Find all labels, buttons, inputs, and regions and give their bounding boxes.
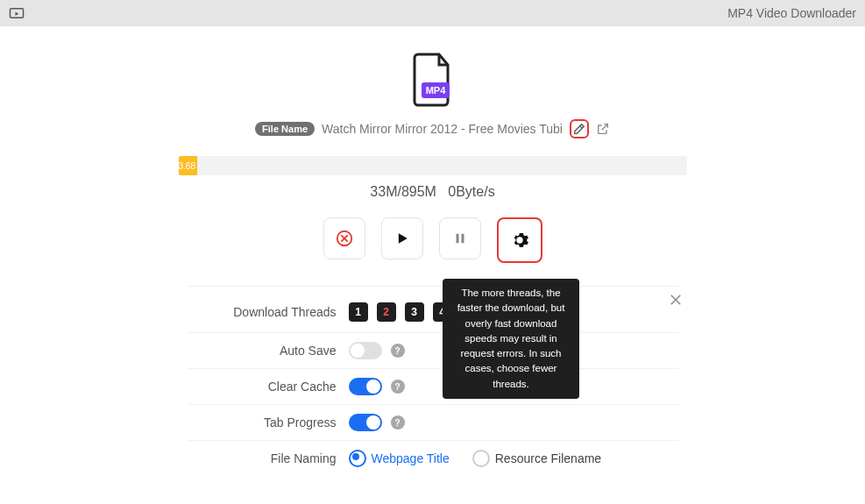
threads-option-1[interactable]: 1 [349,302,368,322]
speed-stat: 0Byte/s [448,184,494,199]
control-bar [0,217,865,263]
progress-fill: 3.68 [179,156,197,175]
file-naming-webpage-title[interactable]: Webpage Title [349,450,450,467]
size-stat: 33M/895M [370,184,436,199]
app-title: MP4 Video Downloader [727,6,856,20]
tab-progress-help[interactable]: ? [391,415,405,429]
radio-icon [349,450,366,467]
threads-tooltip: The more threads, the faster the downloa… [443,279,579,399]
auto-save-help[interactable]: ? [391,344,405,358]
threads-option-2[interactable]: 2 [377,302,396,322]
video-app-icon [9,5,25,21]
title-bar: MP4 Video Downloader [0,0,865,26]
clear-cache-help[interactable]: ? [391,380,405,394]
filename-row: File Name Watch Mirror Mirror 2012 - Fre… [0,119,865,138]
pause-button[interactable] [439,217,481,259]
svg-rect-4 [456,234,458,244]
radio-label: Resource Filename [495,451,601,465]
file-naming-resource-filename[interactable]: Resource Filename [472,450,601,467]
edit-filename-button[interactable] [570,119,589,138]
cancel-button[interactable] [323,217,365,259]
auto-save-label: Auto Save [188,344,349,358]
auto-save-toggle[interactable] [349,342,382,359]
tab-progress-toggle[interactable] [349,414,382,431]
file-naming-label: File Naming [188,451,349,465]
progress-bar: 3.68 [179,156,687,175]
svg-rect-5 [461,234,464,244]
tab-progress-label: Tab Progress [188,415,349,429]
settings-panel: Download Threads 1 2 3 4 ? Auto Save ? C… [188,286,678,476]
play-button[interactable] [381,217,423,259]
filename-pill: File Name [255,122,315,136]
radio-icon [472,450,490,467]
radio-label: Webpage Title [372,451,450,465]
file-name-text: Watch Mirror Mirror 2012 - Free Movies T… [322,122,563,136]
mp4-file-icon: MP4 [409,53,457,107]
threads-label: Download Threads [188,305,349,319]
download-stats: 33M/895M 0Byte/s [0,184,865,200]
clear-cache-toggle[interactable] [349,378,382,395]
svg-text:MP4: MP4 [425,85,446,96]
clear-cache-label: Clear Cache [188,380,349,394]
open-external-button[interactable] [596,122,610,136]
settings-button[interactable] [497,217,542,263]
threads-option-3[interactable]: 3 [405,302,424,322]
close-panel-button[interactable] [668,292,684,310]
